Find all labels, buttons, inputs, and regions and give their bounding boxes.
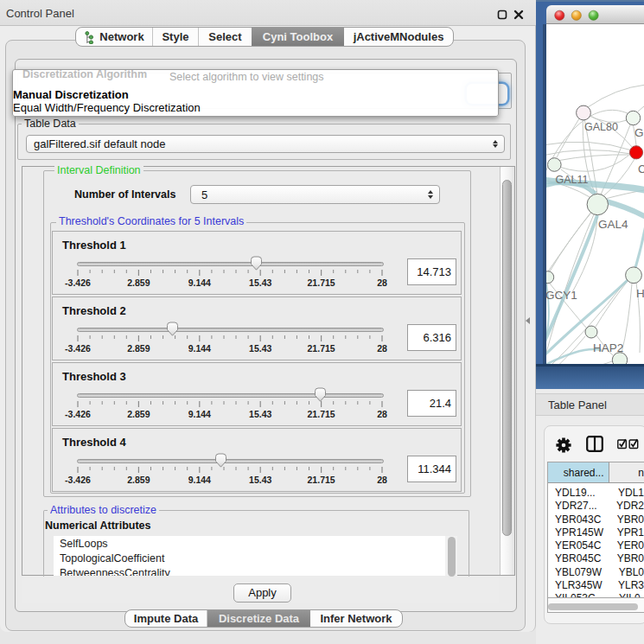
- svg-text:G.: G.: [634, 126, 644, 139]
- svg-text:GCY1: GCY1: [546, 289, 577, 302]
- svg-text:GAL4: GAL4: [598, 218, 628, 231]
- svg-text:H: H: [636, 287, 644, 300]
- svg-text:C: C: [638, 163, 644, 175]
- svg-text:GAL11: GAL11: [556, 174, 589, 186]
- svg-text:GAL80: GAL80: [584, 121, 618, 133]
- svg-text:HAP2: HAP2: [593, 341, 623, 354]
